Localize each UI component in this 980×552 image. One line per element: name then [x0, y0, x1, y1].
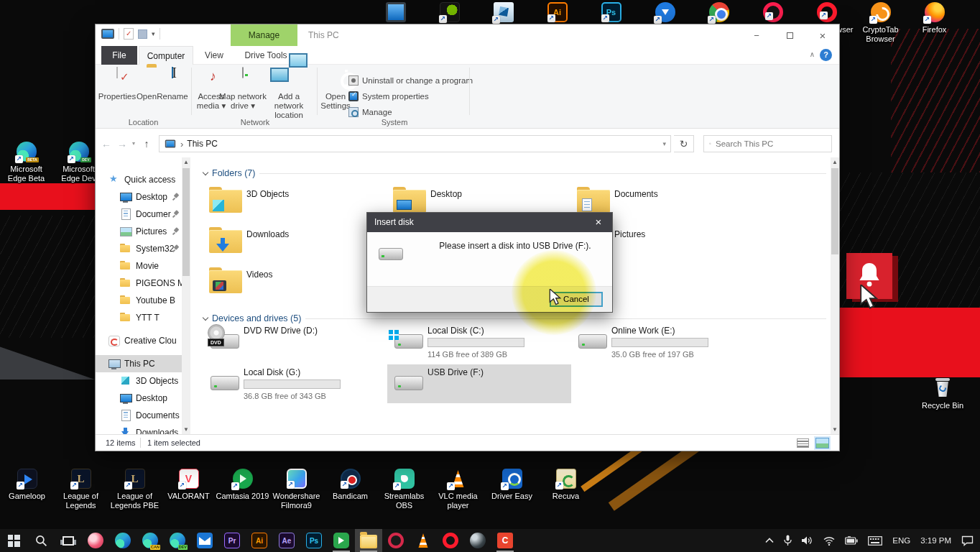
battery-icon[interactable]: [841, 529, 861, 552]
refresh-button[interactable]: ↻: [674, 135, 694, 152]
tray-chevron-up-icon[interactable]: [762, 529, 777, 552]
desktop-icon[interactable]: Recuva: [539, 469, 593, 510]
taskbar-illustrator[interactable]: Ai: [246, 529, 273, 552]
touch-keyboard-icon[interactable]: [864, 529, 886, 552]
taskbar-edge-canary[interactable]: CAN: [137, 529, 164, 552]
dialog-title-bar[interactable]: Insert disk ×: [367, 213, 612, 232]
folder-tile[interactable]: Videos: [203, 262, 387, 300]
sidebar-item[interactable]: Quick access: [96, 171, 182, 188]
taskbar-photoshop[interactable]: Ps: [300, 529, 328, 552]
scroll-down-icon[interactable]: ▼: [831, 425, 839, 434]
sidebar-item[interactable]: PIGEONS ME: [96, 275, 182, 292]
taskbar-pink-app[interactable]: [82, 529, 109, 552]
folder-tile[interactable]: 3D Objects: [203, 182, 387, 219]
sidebar-item[interactable]: Documer: [96, 206, 182, 223]
main-scrollbar[interactable]: ▲ ▼: [831, 157, 839, 434]
collapse-group-chevron-icon[interactable]: [203, 314, 208, 320]
taskbar-dark-sphere-app[interactable]: [464, 529, 491, 552]
sidebar-item[interactable]: Pictures: [96, 223, 182, 240]
scroll-down-icon[interactable]: ▼: [182, 425, 190, 434]
drive-tile[interactable]: USB Drive (F:): [387, 364, 571, 403]
taskbar-after-effects[interactable]: Ae: [273, 529, 300, 552]
sidebar-item[interactable]: Downloads: [96, 424, 182, 434]
qat-properties-icon[interactable]: [124, 28, 134, 40]
help-button[interactable]: ?: [820, 49, 832, 61]
taskbar-red-c-app[interactable]: C: [491, 529, 519, 552]
up-button[interactable]: ↑: [139, 135, 154, 152]
forward-button[interactable]: →: [114, 135, 130, 152]
taskbar-opera[interactable]: [437, 529, 464, 552]
action-center-icon[interactable]: [958, 529, 977, 552]
desktop-icon[interactable]: Camtasia 2019: [216, 469, 269, 510]
tab-view[interactable]: View: [195, 46, 234, 65]
clock[interactable]: 3:19 PM: [917, 529, 955, 552]
taskbar-edge-dev[interactable]: DEV: [164, 529, 191, 552]
search-input[interactable]: [716, 139, 826, 148]
search-box[interactable]: [703, 135, 832, 152]
contextual-tab-manage[interactable]: Manage: [231, 24, 297, 46]
sidebar-item[interactable]: Movie: [96, 257, 182, 275]
desktop-icon[interactable]: CryptoTab Browser: [854, 2, 907, 44]
sidebar-item[interactable]: Desktop: [96, 390, 182, 407]
uninstall-program-button[interactable]: Uninstall or change a program: [348, 74, 473, 87]
taskbar-camtasia[interactable]: [328, 529, 355, 552]
sidebar-item[interactable]: Desktop: [96, 188, 182, 206]
qat-new-folder-icon[interactable]: [138, 29, 147, 39]
drive-tile[interactable]: Online Work (E:) 35.0 GB free of 197 GB: [571, 323, 755, 362]
desktop-icon[interactable]: Gameloop: [0, 469, 54, 510]
taskbar-file-explorer[interactable]: [355, 529, 382, 552]
desktop-icon[interactable]: Streamlabs OBS: [377, 469, 431, 510]
cancel-button[interactable]: Cancel: [550, 292, 603, 307]
taskbar-red-ring-app[interactable]: [382, 529, 410, 552]
scrollbar-thumb[interactable]: [831, 168, 838, 254]
system-properties-button[interactable]: System properties: [348, 90, 429, 103]
desktop-icon[interactable]: VLC media player: [431, 469, 485, 510]
volume-icon[interactable]: [798, 529, 817, 552]
recent-locations-chevron-icon[interactable]: ▾: [129, 135, 139, 152]
scroll-up-icon[interactable]: ▲: [831, 157, 839, 167]
collapse-ribbon-chevron-icon[interactable]: ∧: [810, 50, 815, 58]
sidebar-scrollbar[interactable]: ▲ ▼: [182, 157, 190, 434]
rename-button[interactable]: Rename: [153, 66, 192, 101]
maximize-button[interactable]: [773, 24, 806, 46]
taskbar-mail[interactable]: [191, 529, 218, 552]
sidebar-item[interactable]: 3D Objects: [96, 372, 182, 390]
desktop-icon[interactable]: BETA Microsoft Edge Beta: [0, 142, 52, 183]
desktop-icon[interactable]: Bandicam: [323, 469, 377, 510]
dialog-close-icon[interactable]: ×: [585, 213, 612, 232]
taskbar-edge[interactable]: [109, 529, 137, 552]
recycle-bin-icon[interactable]: Recycle Bin: [920, 378, 966, 410]
scrollbar-thumb[interactable]: [182, 168, 190, 276]
scroll-up-icon[interactable]: ▲: [182, 157, 190, 167]
open-settings-button[interactable]: Open Settings: [318, 66, 353, 111]
task-view-button[interactable]: [55, 529, 82, 552]
manage-button[interactable]: Manage: [348, 106, 392, 119]
language-indicator[interactable]: ENG: [889, 529, 914, 552]
desktop-icon[interactable]: V VALORANT: [162, 469, 216, 510]
minimize-button[interactable]: −: [740, 24, 773, 46]
sidebar-item[interactable]: Documents: [96, 407, 182, 424]
desktop-icon[interactable]: L League of Legends: [54, 469, 108, 510]
tab-computer[interactable]: Computer: [139, 46, 193, 65]
desktop-icon[interactable]: Wondershare Filmora9: [269, 469, 323, 510]
taskbar-vlc[interactable]: [410, 529, 437, 552]
breadcrumb[interactable]: This PC: [187, 139, 218, 149]
drive-tile[interactable]: Local Disk (C:) 114 GB free of 389 GB: [387, 323, 571, 362]
desktop-icon[interactable]: Driver Easy: [485, 469, 539, 510]
address-dropdown-chevron-icon[interactable]: ▾: [662, 140, 666, 147]
folder-tile[interactable]: Downloads: [203, 222, 387, 259]
add-network-location-button[interactable]: Add a network location: [265, 66, 313, 120]
wifi-icon[interactable]: [820, 529, 838, 552]
taskbar-search-button[interactable]: [27, 529, 55, 552]
collapse-group-chevron-icon[interactable]: [203, 169, 208, 175]
map-network-drive-button[interactable]: Map network drive ▾: [219, 66, 267, 111]
desktop-icon[interactable]: L League of Legends PBE: [108, 469, 162, 510]
back-button[interactable]: ←: [98, 135, 114, 152]
folders-group-header[interactable]: Folders (7): [203, 167, 826, 180]
start-button[interactable]: [0, 529, 27, 552]
sidebar-item[interactable]: System32: [96, 240, 182, 257]
sidebar-item[interactable]: Youtube B: [96, 292, 182, 309]
title-bar[interactable]: ▾ Manage This PC − ×: [96, 24, 839, 46]
details-view-button[interactable]: [797, 438, 809, 448]
qat-customize-chevron-icon[interactable]: ▾: [152, 30, 155, 37]
